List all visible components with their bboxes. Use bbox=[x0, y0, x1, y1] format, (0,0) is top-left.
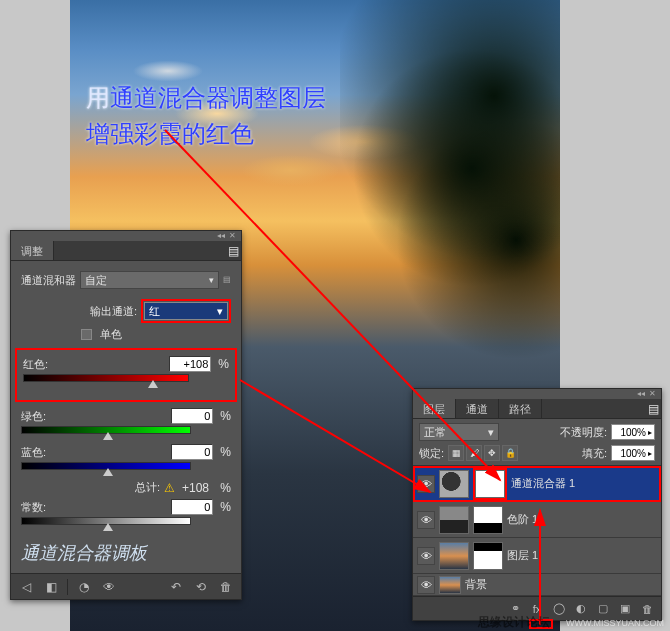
pct-5: % bbox=[220, 500, 231, 514]
red-value-input[interactable] bbox=[169, 356, 211, 372]
visibility-toggle[interactable]: 👁 bbox=[417, 511, 435, 529]
adjustment-type-label: 通道混和器 bbox=[21, 273, 76, 288]
preset-menu-icon[interactable]: ▤ bbox=[223, 276, 231, 284]
layer-row-levels[interactable]: 👁 色阶 1 bbox=[413, 502, 661, 538]
mask-highlight bbox=[473, 468, 507, 500]
tab-paths[interactable]: 路径 bbox=[499, 399, 542, 418]
green-value-input[interactable] bbox=[171, 408, 213, 424]
new-layer-icon[interactable]: ▣ bbox=[617, 601, 633, 617]
constant-value-input[interactable] bbox=[171, 499, 213, 515]
layers-panel: ◂◂ ✕ 图层 通道 路径 ▤ 正常 不透明度: 100% 锁定: ▦ 🖌 ✥ … bbox=[412, 388, 662, 621]
layer-mask-icon[interactable]: ◯ bbox=[551, 601, 567, 617]
anno-line2: 增强彩霞的红色 bbox=[86, 120, 254, 147]
output-highlight: 红 bbox=[141, 299, 231, 323]
output-channel-dropdown[interactable]: 红 bbox=[144, 302, 228, 320]
lock-transparent-icon[interactable]: ▦ bbox=[448, 445, 464, 461]
adjustments-footer: ◁ ◧ ◔ 👁 ↶ ⟲ 🗑 bbox=[11, 573, 241, 599]
visibility-toggle[interactable]: 👁 bbox=[417, 547, 435, 565]
opacity-label: 不透明度: bbox=[560, 425, 607, 440]
tab-channels[interactable]: 通道 bbox=[456, 399, 499, 418]
pct-1: % bbox=[218, 357, 229, 371]
opacity-input[interactable]: 100% bbox=[611, 424, 655, 440]
adjustments-tabs: 调整 ▤ bbox=[11, 241, 241, 261]
anno-line1-a: 用 bbox=[86, 84, 110, 111]
adjustment-layer-icon[interactable]: ◐ bbox=[573, 601, 589, 617]
tab-layers[interactable]: 图层 bbox=[413, 399, 456, 418]
fill-label: 填充: bbox=[582, 446, 607, 461]
lock-pixels-icon[interactable]: 🖌 bbox=[466, 445, 482, 461]
layer-mask-thumb[interactable] bbox=[473, 542, 503, 570]
watermark-url: WWW.MISSYUAN.COM bbox=[566, 618, 664, 628]
tab-adjustments[interactable]: 调整 bbox=[11, 241, 54, 260]
layer-thumb-icon[interactable] bbox=[439, 506, 469, 534]
blue-slider[interactable] bbox=[21, 462, 191, 472]
blend-mode-value: 正常 bbox=[424, 425, 446, 440]
back-icon[interactable]: ◁ bbox=[17, 578, 35, 596]
layer-row-background[interactable]: 👁 背景 bbox=[413, 574, 661, 596]
layers-controls: 正常 不透明度: 100% 锁定: ▦ 🖌 ✥ 🔒 填充: 100% bbox=[413, 419, 661, 466]
visibility-toggle[interactable]: 👁 bbox=[417, 475, 435, 493]
red-slider[interactable] bbox=[23, 374, 189, 384]
green-slider[interactable] bbox=[21, 426, 191, 436]
adjustments-body: 通道混和器 自定 ▤ 输出通道: 红 单色 红色: % bbox=[11, 261, 241, 573]
layer-thumb-icon[interactable] bbox=[439, 470, 469, 498]
preset-dropdown[interactable]: 自定 bbox=[80, 271, 219, 289]
layer-row-layer1[interactable]: 👁 图层 1 bbox=[413, 538, 661, 574]
pct-3: % bbox=[220, 445, 231, 459]
layer-name[interactable]: 通道混合器 1 bbox=[511, 476, 657, 491]
output-channel-value: 红 bbox=[149, 304, 160, 319]
layer-mask-thumb[interactable] bbox=[475, 470, 505, 498]
layers-tabs: 图层 通道 路径 ▤ bbox=[413, 399, 661, 419]
watermark-forum: 思缘设计论坛 bbox=[478, 614, 550, 631]
reset-icon[interactable]: ⟲ bbox=[192, 578, 210, 596]
monochrome-label: 单色 bbox=[100, 327, 122, 342]
layer-row-channel-mixer[interactable]: 👁 通道混合器 1 bbox=[413, 466, 661, 502]
blend-mode-dropdown[interactable]: 正常 bbox=[419, 423, 499, 441]
opacity-value: 100% bbox=[620, 427, 646, 438]
output-channel-label: 输出通道: bbox=[90, 304, 137, 319]
layer-name[interactable]: 图层 1 bbox=[507, 548, 657, 563]
blue-label: 蓝色: bbox=[21, 445, 61, 460]
panel-menu-icon[interactable]: ▤ bbox=[225, 241, 241, 260]
constant-slider[interactable] bbox=[21, 517, 191, 527]
visibility-toggle[interactable]: 👁 bbox=[417, 576, 435, 594]
preset-value: 自定 bbox=[85, 273, 107, 288]
layer-name[interactable]: 色阶 1 bbox=[507, 512, 657, 527]
lock-position-icon[interactable]: ✥ bbox=[484, 445, 500, 461]
fill-value: 100% bbox=[620, 448, 646, 459]
layer-list: 👁 通道混合器 1 👁 色阶 1 👁 图层 1 👁 背景 bbox=[413, 466, 661, 596]
eye-icon[interactable]: 👁 bbox=[100, 578, 118, 596]
fill-input[interactable]: 100% bbox=[611, 445, 655, 461]
anno-line1-b: 通道混合器调整图层 bbox=[110, 84, 326, 111]
annotation-title: 用通道混合器调整图层 增强彩霞的红色 bbox=[86, 80, 326, 152]
adjustments-caption: 通道混合器调板 bbox=[21, 541, 231, 565]
close-icon[interactable]: ✕ bbox=[649, 390, 657, 398]
layers-menu-icon[interactable]: ▤ bbox=[645, 399, 661, 418]
red-highlight-box: 红色: % bbox=[15, 348, 237, 402]
layer-thumb-icon[interactable] bbox=[439, 576, 461, 594]
layer-mask-thumb[interactable] bbox=[473, 506, 503, 534]
blue-value-input[interactable] bbox=[171, 444, 213, 460]
lock-label: 锁定: bbox=[419, 446, 444, 461]
close-icon[interactable]: ✕ bbox=[229, 232, 237, 240]
collapse-icon[interactable]: ◂◂ bbox=[637, 390, 645, 398]
total-label: 总计: bbox=[135, 480, 160, 495]
trash-icon[interactable]: 🗑 bbox=[217, 578, 235, 596]
adjustments-panel: ◂◂ ✕ 调整 ▤ 通道混和器 自定 ▤ 输出通道: 红 单色 红色: % bbox=[10, 230, 242, 600]
reset-prev-icon[interactable]: ↶ bbox=[167, 578, 185, 596]
warning-icon: ⚠ bbox=[164, 481, 175, 495]
layer-thumb-icon[interactable] bbox=[439, 542, 469, 570]
delete-layer-icon[interactable]: 🗑 bbox=[639, 601, 655, 617]
lock-all-icon[interactable]: 🔒 bbox=[502, 445, 518, 461]
pct-2: % bbox=[220, 409, 231, 423]
clip-icon[interactable]: ◔ bbox=[75, 578, 93, 596]
total-value: +108 bbox=[182, 481, 209, 495]
group-icon[interactable]: ▢ bbox=[595, 601, 611, 617]
expand-icon[interactable]: ◧ bbox=[42, 578, 60, 596]
panel-topbar: ◂◂ ✕ bbox=[11, 231, 241, 241]
collapse-icon[interactable]: ◂◂ bbox=[217, 232, 225, 240]
layers-topbar: ◂◂ ✕ bbox=[413, 389, 661, 399]
red-label: 红色: bbox=[23, 357, 63, 372]
monochrome-checkbox[interactable] bbox=[81, 329, 92, 340]
layer-name[interactable]: 背景 bbox=[465, 577, 657, 592]
